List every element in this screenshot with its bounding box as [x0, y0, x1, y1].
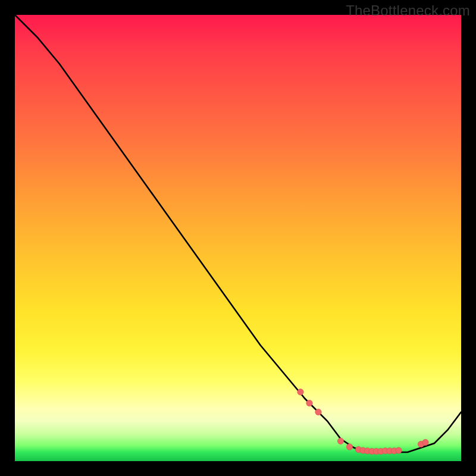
bottleneck-curve	[15, 15, 461, 452]
data-point	[396, 447, 402, 453]
data-point	[422, 439, 428, 445]
data-point-markers	[298, 389, 428, 455]
plot-area	[15, 15, 461, 461]
data-point	[306, 400, 312, 406]
data-point	[315, 409, 321, 415]
data-point	[346, 444, 352, 450]
chart-svg	[15, 15, 461, 461]
watermark-text: TheBottleneck.com	[346, 2, 470, 19]
data-point	[337, 438, 343, 444]
data-point	[298, 389, 303, 395]
chart-frame: TheBottleneck.com	[0, 0, 476, 476]
